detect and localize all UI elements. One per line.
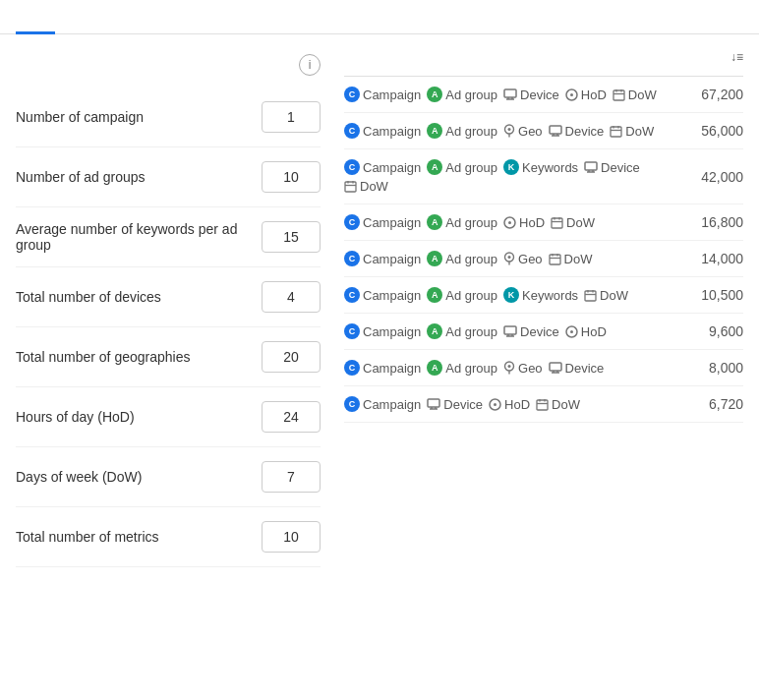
svg-point-30 (508, 221, 511, 224)
tag-5-1: AAd group (427, 287, 497, 303)
combo-tags-1: CCampaignAAd groupGeoDeviceDoW (344, 123, 684, 139)
count-header: ↓≡ (727, 50, 743, 64)
svg-rect-38 (550, 255, 560, 264)
input-label-num-ad-groups: Number of ad groups (16, 169, 262, 185)
input-value-num-ad-groups[interactable]: 10 (262, 161, 321, 193)
combo-row-8: CCampaignDeviceHoDDoW6,720 (344, 386, 743, 423)
tag-icon-c: C (344, 287, 360, 303)
combo-row-5: CCampaignAAd groupKKeywordsDoW10,500 (344, 277, 743, 314)
tag-3-0: CCampaign (344, 214, 421, 230)
combo-tags-5: CCampaignAAd groupKKeywordsDoW (344, 287, 684, 303)
tag-4-1: AAd group (427, 251, 497, 266)
tabs-left (16, 0, 94, 33)
tag-label-8-0: Campaign (363, 397, 421, 412)
tag-icon-c: C (344, 251, 360, 266)
info-icon[interactable]: i (299, 54, 321, 76)
tag-label-1-3: Device (565, 124, 605, 139)
tag-label-8-3: DoW (552, 397, 580, 412)
combo-tags-6: CCampaignAAd groupDeviceHoD (344, 323, 684, 339)
tag-label-4-1: Ad group (445, 252, 497, 266)
tag-7-2: Geo (503, 361, 543, 376)
tag-0-2: Device (503, 88, 559, 102)
tag-label-8-2: HoD (504, 397, 530, 412)
tag-icon-c: C (344, 123, 360, 139)
tag-label-5-0: Campaign (363, 288, 421, 303)
combo-row-3: CCampaignAAd groupHoDDoW16,800 (344, 204, 743, 241)
tag-label-7-0: Campaign (363, 361, 421, 376)
tag-img-3 (549, 362, 562, 374)
tag-8-2: HoD (489, 397, 530, 412)
info-row: i (16, 50, 321, 88)
combo-count-6: 9,600 (684, 323, 743, 339)
tag-label-2-4: DoW (360, 179, 388, 194)
combo-tags-4: CCampaignAAd groupGeoDoW (344, 251, 684, 266)
tag-label-0-2: Device (520, 88, 559, 102)
tag-img-3 (565, 88, 578, 101)
tag-img-2 (503, 325, 517, 337)
sort-icon[interactable]: ↓≡ (730, 50, 743, 64)
tag-4-2: Geo (503, 252, 543, 266)
input-label-avg-keywords: Average number of keywords per ad group (16, 221, 262, 253)
tag-img-3 (549, 125, 562, 137)
tag-label-1-2: Geo (518, 124, 543, 139)
svg-point-64 (494, 403, 496, 406)
tag-img-4 (613, 88, 625, 101)
tag-label-0-3: HoD (581, 88, 607, 102)
input-value-num-geos[interactable]: 20 (262, 341, 321, 373)
svg-rect-46 (504, 326, 516, 334)
right-panel: ↓≡ CCampaignAAd groupDeviceHoDDoW67,200C… (344, 50, 743, 567)
input-label-dow: Days of week (DoW) (16, 469, 262, 485)
combo-count-0: 67,200 (684, 87, 743, 102)
tag-icon-k: K (503, 287, 519, 303)
tag-label-4-0: Campaign (363, 252, 421, 266)
combinations-header: ↓≡ (344, 50, 743, 77)
input-row-num-ad-groups: Number of ad groups10 (16, 147, 321, 207)
tag-label-3-0: Campaign (363, 215, 421, 230)
svg-rect-59 (428, 399, 439, 407)
combo-count-5: 10,500 (684, 287, 743, 303)
tag-3-1: AAd group (427, 214, 497, 230)
input-row-num-devices: Total number of devices4 (16, 267, 321, 327)
tag-8-3: DoW (536, 397, 580, 412)
tag-2-0: CCampaign (344, 159, 421, 175)
input-value-num-devices[interactable]: 4 (262, 281, 321, 313)
tag-1-1: AAd group (427, 123, 497, 139)
tag-icon-a: A (427, 360, 442, 376)
tag-0-1: AAd group (427, 87, 497, 102)
tag-label-0-1: Ad group (445, 88, 497, 102)
tag-label-4-3: DoW (564, 252, 593, 266)
input-value-avg-keywords[interactable]: 15 (262, 221, 321, 253)
combo-row-2: CCampaignAAd groupKKeywordsDeviceDoW42,0… (344, 149, 743, 204)
tag-label-0-0: Campaign (363, 88, 421, 102)
svg-point-5 (570, 93, 573, 96)
tag-icon-a: A (427, 287, 442, 303)
tag-icon-a: A (427, 123, 442, 139)
input-row-hod: Hours of day (HoD)24 (16, 387, 321, 447)
tag-img-3 (584, 161, 598, 173)
input-value-num-metrics[interactable]: 10 (262, 521, 321, 553)
tag-label-1-0: Campaign (363, 124, 421, 139)
tabs-header (0, 0, 759, 34)
tag-7-3: Device (549, 361, 605, 376)
tag-0-4: DoW (613, 88, 657, 102)
tab-automatic[interactable] (55, 0, 94, 34)
tag-img-3 (536, 398, 549, 411)
tag-icon-a: A (427, 251, 442, 266)
input-value-hod[interactable]: 24 (262, 401, 321, 433)
combo-row-1: CCampaignAAd groupGeoDeviceDoW56,000 (344, 113, 743, 149)
tag-6-1: AAd group (427, 323, 497, 339)
tag-label-7-1: Ad group (445, 361, 497, 376)
tag-label-2-0: Campaign (363, 160, 421, 175)
combo-count-1: 56,000 (684, 123, 743, 139)
left-panel: i Number of campaign1Number of ad groups… (16, 50, 321, 567)
input-value-num-campaign[interactable]: 1 (262, 101, 321, 133)
tag-label-2-3: Device (601, 160, 640, 175)
combo-count-4: 14,000 (684, 251, 743, 266)
tab-manual[interactable] (16, 0, 55, 34)
tag-label-4-2: Geo (518, 252, 543, 266)
input-value-dow[interactable]: 7 (262, 461, 321, 493)
tag-2-1: AAd group (427, 159, 497, 175)
tag-img-1 (427, 398, 440, 410)
svg-rect-55 (550, 363, 561, 371)
tag-1-4: DoW (610, 124, 654, 139)
